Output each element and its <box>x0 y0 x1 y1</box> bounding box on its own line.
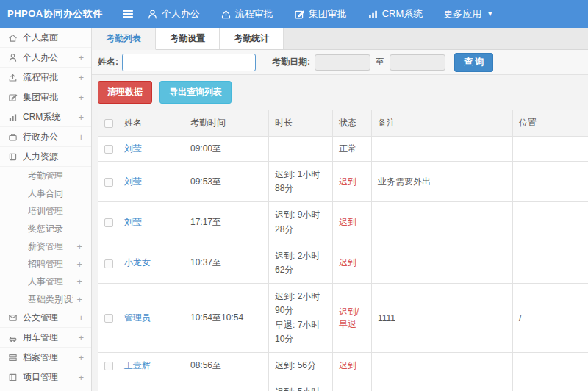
table-row: 小龙女10:37至迟到: 2小时62分迟到 <box>98 243 588 283</box>
tab-2[interactable]: 考勤设置 <box>156 28 220 49</box>
cell-name[interactable]: 黄蓉 <box>118 379 184 391</box>
cell-status: 正常 <box>333 137 372 162</box>
export-list-button[interactable]: 导出查询列表 <box>159 81 232 104</box>
sidebar-item-4[interactable]: 集团审批+ <box>0 87 91 107</box>
row-checkbox[interactable] <box>104 314 113 323</box>
date-from-input[interactable] <box>315 54 370 71</box>
cell-name[interactable]: 刘莹 <box>118 202 184 243</box>
cell-note: 1111 <box>372 284 513 353</box>
sidebar-item-7[interactable]: 人力资源− <box>0 147 91 167</box>
row-checkbox[interactable] <box>104 178 113 187</box>
app-logo: PHPOA协同办公软件 <box>0 7 110 21</box>
sidebar-item-3[interactable]: 流程审批+ <box>0 68 91 87</box>
table-row: 王壹辉08:56至迟到: 56分迟到 <box>98 352 588 379</box>
sidebar-item-1[interactable]: 个人桌面 <box>0 28 91 48</box>
select-all-cell <box>98 110 118 137</box>
cell-name[interactable]: 小龙女 <box>118 243 184 283</box>
cell-location <box>513 202 588 243</box>
sidebar-item-11[interactable]: 项目管理+ <box>0 367 91 387</box>
expand-sign: + <box>78 132 84 143</box>
sidebar-subitem-4[interactable]: 奖惩记录 <box>0 220 91 237</box>
sidebar-subitem-8[interactable]: 基础类别设置+ <box>0 290 91 308</box>
chart-icon <box>368 9 379 20</box>
sidebar-item-5[interactable]: CRM系统+ <box>0 107 91 127</box>
sidebar-item-label: 公文管理 <box>23 312 75 324</box>
cell-location <box>513 243 588 283</box>
sidebar-subitem-7[interactable]: 人事管理+ <box>0 273 91 290</box>
table-row: 刘莹09:53至迟到: 1小时88分迟到业务需要外出 <box>98 162 588 202</box>
archive-icon <box>8 353 18 362</box>
sidebar-subitem-1[interactable]: 考勤管理 <box>0 167 91 184</box>
cell-duration: 迟到: 2小时90分早退: 7小时10分 <box>269 284 333 353</box>
menu-toggle-button[interactable] <box>122 8 134 20</box>
cell-name[interactable]: 管理员 <box>118 284 184 353</box>
row-checkbox[interactable] <box>104 259 113 268</box>
sidebar-item-6[interactable]: 行政办公+ <box>0 127 91 147</box>
date-to-label: 至 <box>376 56 384 68</box>
topnav-item-3[interactable]: 集团审批 <box>294 7 347 21</box>
folder-icon <box>8 373 18 382</box>
sidebar-item-label: 个人桌面 <box>23 32 81 44</box>
cell-location <box>513 162 588 202</box>
cell-duration: 迟到: 5小时33分早退: 4小时67分 <box>269 379 333 391</box>
col-header-name: 姓名 <box>118 110 184 137</box>
select-all-checkbox[interactable] <box>104 119 113 128</box>
name-label: 姓名: <box>98 56 118 68</box>
topnav-item-5[interactable]: 更多应用▼ <box>443 7 493 21</box>
tab-1[interactable]: 考勤列表 <box>92 28 156 50</box>
cell-duration: 迟到: 2小时62分 <box>269 243 333 283</box>
expand-sign: + <box>78 72 84 83</box>
tab-bar: 考勤列表考勤设置考勤统计 <box>92 28 588 50</box>
col-header-location: 位置 <box>513 110 588 137</box>
sidebar-item-10[interactable]: 档案管理+ <box>0 348 91 367</box>
expand-sign: + <box>78 92 84 103</box>
duration-line: 早退: 7小时10分 <box>275 318 326 346</box>
duration-line: 迟到: 5小时33分 <box>275 385 326 391</box>
sidebar-item-2[interactable]: 个人办公+ <box>0 48 91 68</box>
doc-icon <box>8 313 18 323</box>
edit-icon <box>8 93 18 102</box>
cell-time: 08:56至 <box>184 352 269 379</box>
row-checkbox[interactable] <box>104 362 113 370</box>
name-input[interactable] <box>122 54 256 71</box>
sidebar-subitem-label: 培训管理 <box>28 205 79 218</box>
cell-location: / <box>513 379 588 391</box>
topnav-item-1[interactable]: 个人办公 <box>147 7 200 21</box>
date-to-input[interactable] <box>390 54 445 71</box>
book-icon <box>8 152 18 162</box>
sidebar-subitem-3[interactable]: 培训管理 <box>0 202 91 220</box>
topnav-item-label: CRM系统 <box>382 7 423 21</box>
row-checkbox[interactable] <box>104 218 113 227</box>
user-icon <box>147 9 158 20</box>
cell-name[interactable]: 王壹辉 <box>118 352 184 379</box>
cell-name[interactable]: 刘莹 <box>118 137 184 162</box>
sidebar-subitem-2[interactable]: 人事合同 <box>0 184 91 202</box>
chart-icon <box>8 112 18 122</box>
duration-line: 迟到: 2小时90分 <box>275 290 326 318</box>
table-row: 黄蓉13:20至13:20迟到: 5小时33分早退: 4小时67分迟到/早退/ <box>98 379 588 391</box>
tab-3[interactable]: 考勤统计 <box>220 28 284 49</box>
cell-note <box>372 379 513 391</box>
cell-location: / <box>513 284 588 353</box>
duration-line: 迟到: 1小时88分 <box>275 168 326 196</box>
cell-duration: 迟到: 56分 <box>269 352 333 379</box>
expand-sign: + <box>76 259 82 270</box>
row-checkbox[interactable] <box>104 145 113 154</box>
cell-duration: 迟到: 1小时88分 <box>269 162 333 202</box>
expand-sign: + <box>76 276 82 287</box>
sidebar-item-label: 人力资源 <box>23 151 75 163</box>
sidebar-item-9[interactable]: 用车管理+ <box>0 328 91 348</box>
cell-location <box>513 352 588 379</box>
topnav-item-4[interactable]: CRM系统 <box>368 7 423 21</box>
sidebar-item-8[interactable]: 公文管理+ <box>0 308 91 328</box>
sidebar-item-label: 个人办公 <box>23 51 75 64</box>
clean-data-button[interactable]: 清理数据 <box>98 81 152 104</box>
sidebar-subitem-5[interactable]: 薪资管理+ <box>0 237 91 255</box>
topnav-item-2[interactable]: 流程审批 <box>220 7 273 21</box>
cell-name[interactable]: 刘莹 <box>118 162 184 202</box>
cell-time: 13:20至13:20 <box>184 379 269 391</box>
user-icon <box>8 53 18 62</box>
sidebar-subitem-6[interactable]: 招聘管理+ <box>0 255 91 273</box>
search-button[interactable]: 查 询 <box>454 53 493 72</box>
table-row: 刘莹17:17至迟到: 9小时28分迟到 <box>98 202 588 243</box>
